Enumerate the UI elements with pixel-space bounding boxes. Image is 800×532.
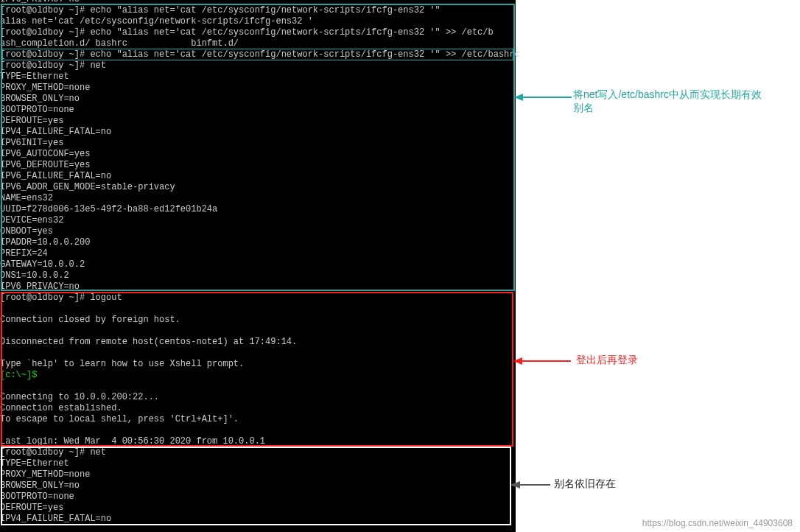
watermark-text: https://blog.csdn.net/weixin_44903608 bbox=[642, 518, 793, 528]
arrow-red bbox=[513, 354, 572, 368]
watermark: https://blog.csdn.net/weixin_44903608 bbox=[642, 518, 793, 528]
svg-marker-3 bbox=[513, 357, 522, 365]
svg-marker-8 bbox=[511, 481, 520, 489]
annotation-red: 登出后再登录 bbox=[576, 354, 638, 367]
annotation-white: 别名依旧存在 bbox=[554, 477, 616, 491]
annotation-text: 别名 bbox=[573, 102, 594, 113]
annotation-cyan: 将net写入/etc/bashrc中从而实现长期有效 别名 bbox=[573, 88, 794, 115]
arrow-white-visible bbox=[511, 477, 552, 492]
highlight-box-white bbox=[1, 447, 511, 525]
arrow-cyan bbox=[514, 90, 573, 105]
svg-marker-1 bbox=[514, 94, 523, 101]
annotation-text: 将net写入/etc/bashrc中从而实现长期有效 bbox=[573, 88, 762, 100]
annotation-text: 别名依旧存在 bbox=[554, 477, 616, 489]
highlight-box-cyan bbox=[1, 4, 515, 291]
highlight-box-cyan-inner bbox=[2, 49, 513, 60]
annotation-text: 登出后再登录 bbox=[576, 354, 638, 365]
highlight-box-red bbox=[1, 292, 513, 447]
